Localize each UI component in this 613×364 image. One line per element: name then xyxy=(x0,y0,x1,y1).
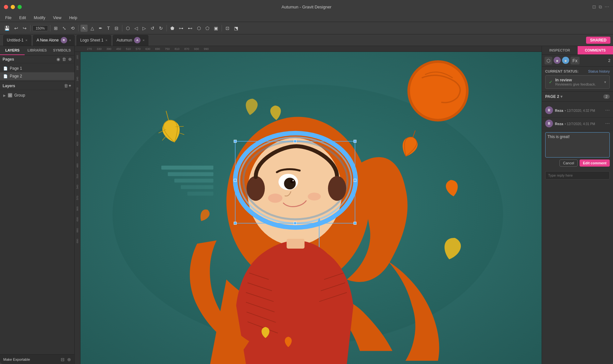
page-item-2[interactable]: 📄 Page 2 xyxy=(0,72,74,80)
status-header: CURRENT STATUS: Status history xyxy=(545,69,610,73)
resize-button[interactable]: ⤡ xyxy=(61,25,68,32)
page2-count-badge: 2 xyxy=(603,94,610,99)
pen-tool[interactable]: ✒ xyxy=(97,25,104,32)
svg-rect-8 xyxy=(181,185,213,189)
tab-anewalone-close[interactable]: × xyxy=(69,38,71,42)
shape-tool[interactable]: △ xyxy=(89,25,96,32)
svg-rect-25 xyxy=(354,222,356,225)
transform-button[interactable]: ⟲ xyxy=(69,25,76,32)
page2-chevron: ▾ xyxy=(560,94,562,99)
distribute-v[interactable]: ⊷ xyxy=(186,25,194,32)
tab-anewalone-label: A New Alone xyxy=(37,38,59,42)
fit-button[interactable]: ⊞ xyxy=(52,25,59,32)
ruler-left: 180 210 240 270 300 330 360 390 420 450 … xyxy=(75,52,80,364)
save-button[interactable]: 💾 xyxy=(3,25,11,32)
tab-untitled[interactable]: Untitled-1 × xyxy=(3,34,32,46)
page-add-btn[interactable]: ⊕ xyxy=(68,57,72,62)
panel-tabs: LAYERS LIBRARIES SYMBOLS xyxy=(0,46,74,55)
minimize-button[interactable] xyxy=(11,5,15,9)
canvas-area[interactable]: 270 330 390 450 510 570 630 690 750 810 … xyxy=(75,46,542,364)
tab-inspector[interactable]: INSPECTOR xyxy=(542,46,578,54)
comments-list: R Reza • 12/7/2020, 4:32 PM ⋯ R xyxy=(542,102,613,364)
align-left[interactable]: ⬡ xyxy=(124,25,131,32)
edit-comment-textarea[interactable]: This is great! xyxy=(547,135,607,154)
rotate-ccw[interactable]: ↺ xyxy=(149,25,156,32)
menu-file[interactable]: File xyxy=(4,15,13,21)
tab-autumun[interactable]: Autumun A × xyxy=(112,34,149,46)
export-size-btn[interactable]: ⊟ xyxy=(61,357,65,362)
distribute-h[interactable]: ⊶ xyxy=(177,25,185,32)
fill-tool-btn[interactable]: ⬡ xyxy=(545,57,552,65)
menu-help[interactable]: Help xyxy=(68,15,79,21)
comments-panel: CURRENT STATUS: Status history ✓ In revi… xyxy=(542,67,613,364)
path-tool[interactable]: ⊡ xyxy=(224,25,231,32)
tab-logo-close[interactable]: × xyxy=(105,38,107,42)
pages-list: 📄 Page 1 📄 Page 2 xyxy=(0,63,74,81)
page-item-1[interactable]: 📄 Page 1 xyxy=(0,65,74,72)
maximize-button[interactable] xyxy=(18,5,22,9)
menu-view[interactable]: View xyxy=(52,15,63,21)
comment-item-1: R Reza • 12/7/2020, 4:32 PM ⋯ xyxy=(542,104,613,118)
redo-button[interactable]: ↪ xyxy=(21,25,28,32)
pointer-tool[interactable]: ↖ xyxy=(80,25,88,32)
align-right[interactable]: ▷ xyxy=(141,25,148,32)
export-tool[interactable]: ⬔ xyxy=(232,25,240,32)
close-button[interactable] xyxy=(4,5,8,9)
tab-symbols[interactable]: SYMBOLS xyxy=(50,46,74,55)
svg-rect-1 xyxy=(9,95,11,96)
ruler-930: 930 xyxy=(194,47,204,51)
flip-h[interactable]: ⬟ xyxy=(169,25,176,32)
layer-delete-btn[interactable]: 🗑 xyxy=(64,83,68,88)
layer-expand-icon[interactable]: ▶ xyxy=(3,94,6,97)
tab-untitled-close[interactable]: × xyxy=(25,38,27,42)
layer-group[interactable]: ▶ Group xyxy=(0,91,74,99)
comment-2-meta: Reza • 12/7/2020, 4:31 PM xyxy=(555,121,603,126)
menu-modify[interactable]: Modify xyxy=(32,15,46,21)
svg-point-33 xyxy=(290,179,294,183)
comment-2-more-btn[interactable]: ⋯ xyxy=(605,121,610,126)
tab-libraries[interactable]: LIBRARIES xyxy=(25,46,49,55)
layers-list: ▶ Group xyxy=(0,90,74,354)
tab-a-new-alone[interactable]: A New Alone R × xyxy=(32,34,75,46)
extension-icon[interactable]: ⧉ xyxy=(599,4,602,10)
align-center[interactable]: ◁ xyxy=(133,25,140,32)
save-edit-button[interactable]: Edit comment xyxy=(580,159,610,167)
current-status-label: CURRENT STATUS: xyxy=(545,69,579,73)
tab-comments[interactable]: COMMENTS xyxy=(578,46,613,54)
zoom-display[interactable]: 150% xyxy=(32,25,48,31)
reply-input[interactable] xyxy=(548,173,607,177)
svg-rect-23 xyxy=(234,222,237,225)
page-delete-btn[interactable]: 🗑 xyxy=(62,57,66,62)
fx-tool-btn[interactable]: Fx xyxy=(570,57,580,65)
status-title: In review xyxy=(555,78,602,82)
text-tool[interactable]: T xyxy=(105,25,112,32)
tab-layers[interactable]: LAYERS xyxy=(0,46,25,55)
status-badge[interactable]: ✓ In review Reviewers give feedback. ▾ xyxy=(545,75,610,89)
page-visibility-btn[interactable]: ◉ xyxy=(56,57,60,62)
layer-add-btn[interactable]: ✦ xyxy=(68,83,72,88)
comment-1-more-btn[interactable]: ⋯ xyxy=(605,108,610,113)
boolean-union[interactable]: ⬡ xyxy=(195,25,202,32)
stroke-tool-btn[interactable]: ● xyxy=(554,57,561,64)
shadow-tool-btn[interactable]: ● xyxy=(562,57,569,64)
tab-autumun-close[interactable]: × xyxy=(142,38,144,42)
tab-logo[interactable]: Logo Sheet 1 × xyxy=(76,34,112,46)
image-tool[interactable]: ⊟ xyxy=(113,25,120,32)
rotate-cw[interactable]: ↻ xyxy=(157,25,165,32)
screen-icon[interactable]: ⊡ xyxy=(592,4,596,9)
shared-button[interactable]: SHARED xyxy=(586,37,610,44)
ruler-390: 390 xyxy=(106,47,116,51)
menu-edit[interactable]: Edit xyxy=(18,15,27,21)
more-icon[interactable]: ⋯ xyxy=(605,4,609,9)
cancel-edit-button[interactable]: Cancel xyxy=(559,159,578,167)
canvas-content[interactable] xyxy=(80,52,542,364)
ruler-690: 690 xyxy=(155,47,165,51)
undo-button[interactable]: ↩ xyxy=(13,25,20,32)
comment-1-time: 12/7/2020, 4:32 PM xyxy=(567,109,595,112)
boolean-intersect[interactable]: ▣ xyxy=(212,25,220,32)
svg-rect-5 xyxy=(161,166,214,170)
title-right-actions: ⊡ ⧉ ⋯ xyxy=(592,4,609,10)
export-add-btn[interactable]: ⊕ xyxy=(67,357,71,362)
boolean-subtract[interactable]: ⬠ xyxy=(204,25,211,32)
status-history-link[interactable]: Status history xyxy=(588,69,610,73)
